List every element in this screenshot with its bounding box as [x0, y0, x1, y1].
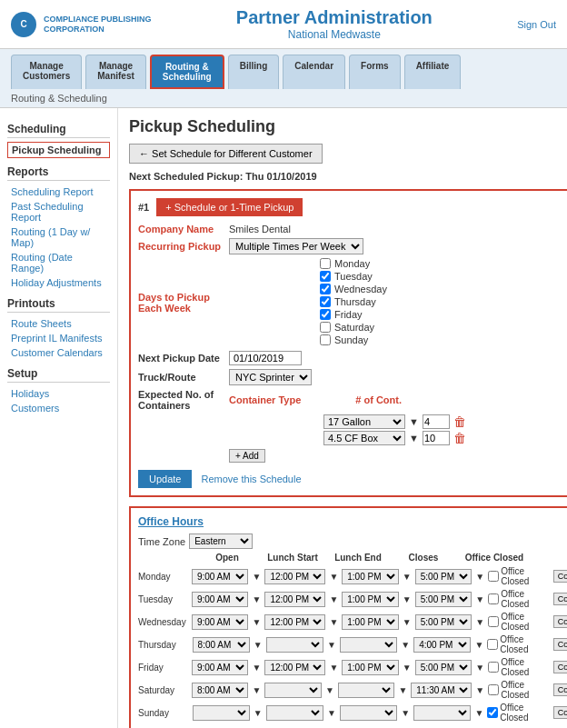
- sunday-closed-checkbox[interactable]: [487, 707, 498, 718]
- wednesday-closed-checkbox[interactable]: [488, 616, 499, 627]
- tab-billing[interactable]: Billing: [228, 55, 280, 89]
- recurring-select[interactable]: Multiple Times Per Week Weekly Bi-Weekly…: [229, 238, 363, 254]
- friday-closes[interactable]: 5:00 PM: [415, 660, 472, 675]
- sunday-checkbox[interactable]: [320, 334, 331, 345]
- tuesday-closed-checkbox[interactable]: [488, 593, 499, 604]
- saturday-closes[interactable]: 11:30 AM: [411, 683, 472, 698]
- wednesday-lunch-start[interactable]: 12:00 PM: [264, 614, 325, 630]
- set-schedule-button[interactable]: ← Set Schedule for Different Customer: [129, 144, 323, 164]
- tab-manage-customers[interactable]: ManageCustomers: [11, 55, 82, 89]
- remove-schedule-link[interactable]: Remove this Schedule: [201, 474, 301, 484]
- wednesday-copy[interactable]: Copy: [553, 615, 567, 628]
- tab-forms[interactable]: Forms: [349, 55, 401, 89]
- container-type-select-2[interactable]: 4.5 CF Box: [323, 431, 405, 445]
- sidebar-item-customers[interactable]: Customers: [7, 401, 110, 415]
- monday-copy[interactable]: Copy: [553, 570, 567, 583]
- delete-container-1[interactable]: 🗑: [453, 414, 466, 429]
- tuesday-checkbox[interactable]: [320, 271, 331, 282]
- oh-header: Open Lunch Start Lunch End Closes Office…: [138, 553, 567, 563]
- sunday-lunch-start[interactable]: [266, 705, 323, 721]
- tab-affiliate[interactable]: Affiliate: [404, 55, 462, 89]
- down-icon-2: ▼: [409, 433, 419, 444]
- next-pickup-date-input[interactable]: [229, 351, 302, 365]
- company-label: Company Name: [138, 224, 229, 234]
- friday-open[interactable]: 9:00 AM: [192, 660, 249, 675]
- thursday-copy[interactable]: Copy: [553, 638, 567, 651]
- monday-lunch-end[interactable]: 1:00 PM: [342, 569, 399, 584]
- sunday-lunch-end[interactable]: [340, 705, 397, 721]
- company-value: Smiles Dental: [229, 224, 291, 234]
- timezone-select[interactable]: Eastern Central Mountain Pacific: [189, 534, 253, 549]
- tab-routing-scheduling[interactable]: Routing &Scheduling: [150, 55, 224, 89]
- sidebar-item-past-scheduling[interactable]: Past Scheduling Report: [7, 199, 110, 224]
- add-schedule-button[interactable]: + Schedule or 1-Time Pickup: [156, 198, 303, 216]
- thursday-open[interactable]: 8:00 AM: [193, 637, 250, 653]
- saturday-open[interactable]: 8:00 AM: [192, 683, 249, 698]
- monday-checkbox[interactable]: [320, 258, 331, 269]
- schedule-main: #1 + Schedule or 1-Time Pickup Company N…: [129, 189, 567, 728]
- thursday-closed-checkbox[interactable]: [487, 639, 498, 650]
- oh-col-open: Open: [196, 553, 258, 563]
- friday-lunch-start[interactable]: 12:00 PM: [264, 660, 325, 675]
- tuesday-lunch-end[interactable]: 1:00 PM: [342, 592, 399, 607]
- truck-route-select[interactable]: NYC Sprinter: [229, 369, 312, 385]
- saturday-closed-wrap: Office Closed: [488, 680, 550, 700]
- saturday-copy[interactable]: Copy: [553, 683, 567, 696]
- sidebar-item-holiday-adj[interactable]: Holiday Adjustments: [7, 275, 110, 290]
- day-saturday: Saturday: [320, 322, 387, 333]
- friday-checkbox[interactable]: [320, 309, 331, 320]
- tab-manage-manifest[interactable]: ManageManifest: [85, 55, 146, 89]
- sunday-open[interactable]: [193, 705, 250, 721]
- company-name-row: Company Name Smiles Dental: [138, 224, 567, 234]
- sidebar-item-scheduling-report[interactable]: Scheduling Report: [7, 184, 110, 199]
- monday-open[interactable]: 9:00 AM: [192, 569, 249, 584]
- sidebar-item-routing-date[interactable]: Routing (Date Range): [7, 250, 110, 275]
- friday-closed-checkbox[interactable]: [488, 662, 499, 673]
- tuesday-closes[interactable]: 5:00 PM: [415, 592, 472, 607]
- friday-copy[interactable]: Copy: [553, 661, 567, 673]
- wednesday-checkbox[interactable]: [320, 284, 331, 294]
- monday-lunch-start[interactable]: 12:00 PM: [264, 569, 325, 584]
- wednesday-open[interactable]: 9:00 AM: [192, 614, 249, 630]
- saturday-lunch-end[interactable]: [338, 683, 395, 698]
- oh-friday: Friday 9:00 AM ▼ 12:00 PM ▼ 1:00 PM ▼ 5:…: [138, 657, 567, 677]
- sidebar-item-preprint[interactable]: Preprint IL Manifests: [7, 331, 110, 345]
- thursday-lunch-start[interactable]: [266, 637, 323, 653]
- monday-closes[interactable]: 5:00 PM: [415, 569, 472, 584]
- tab-calendar[interactable]: Calendar: [283, 55, 345, 89]
- sunday-copy[interactable]: Copy: [553, 706, 567, 719]
- friday-lunch-end[interactable]: 1:00 PM: [342, 660, 399, 675]
- logo-area: C COMPLIANCE PUBLISHING CORPORATION: [11, 12, 152, 37]
- container-count-1[interactable]: [423, 414, 450, 429]
- thursday-lunch-end[interactable]: [340, 637, 397, 653]
- container-type-select-1[interactable]: 17 Gallon: [323, 414, 405, 429]
- breadcrumb: Routing & Scheduling: [0, 89, 567, 108]
- thursday-checkbox[interactable]: [320, 296, 331, 307]
- sidebar-item-route-sheets[interactable]: Route Sheets: [7, 316, 110, 331]
- wednesday-closes[interactable]: 5:00 PM: [415, 614, 472, 630]
- content-area: Pickup Scheduling ← Set Schedule for Dif…: [118, 108, 567, 728]
- tuesday-copy[interactable]: Copy: [553, 593, 567, 605]
- saturday-lunch-start[interactable]: [264, 683, 322, 698]
- sunday-closes[interactable]: [413, 705, 471, 721]
- tuesday-open[interactable]: 9:00 AM: [192, 592, 249, 607]
- wednesday-lunch-end[interactable]: 1:00 PM: [342, 614, 399, 630]
- tuesday-lunch-start[interactable]: 12:00 PM: [264, 592, 325, 607]
- sidebar-item-pickup-scheduling[interactable]: Pickup Scheduling: [7, 142, 110, 158]
- schedule-actions: Update Remove this Schedule: [138, 470, 567, 488]
- wednesday-closed-wrap: Office Closed: [488, 612, 550, 632]
- add-container-button[interactable]: + Add: [229, 449, 265, 463]
- monday-closed-checkbox[interactable]: [488, 571, 499, 582]
- oh-saturday: Saturday 8:00 AM ▼ ▼ ▼ 11:30 AM ▼ Office…: [138, 680, 567, 700]
- update-button[interactable]: Update: [138, 470, 192, 488]
- thursday-closes[interactable]: 4:00 PM: [413, 637, 471, 653]
- sign-out-link[interactable]: Sign Out: [517, 19, 556, 30]
- saturday-closed-checkbox[interactable]: [488, 684, 499, 695]
- sidebar-item-holidays[interactable]: Holidays: [7, 386, 110, 401]
- sidebar-item-routing-1day[interactable]: Routing (1 Day w/ Map): [7, 224, 110, 250]
- arrow-icon: ←: [139, 148, 149, 159]
- delete-container-2[interactable]: 🗑: [453, 431, 466, 445]
- container-count-2[interactable]: [423, 431, 450, 445]
- saturday-checkbox[interactable]: [320, 322, 331, 333]
- sidebar-item-calendars[interactable]: Customer Calendars: [7, 345, 110, 360]
